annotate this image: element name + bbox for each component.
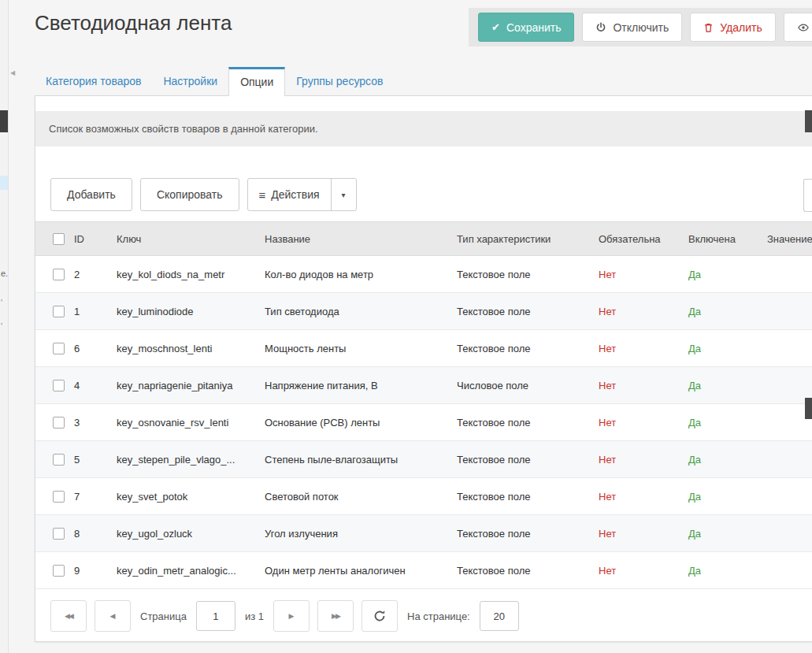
select-all-checkbox[interactable] xyxy=(53,233,65,245)
row-name[interactable]: Световой поток xyxy=(260,478,452,515)
background-left-strip: e. ' ' xyxy=(0,0,8,653)
row-type: Текстовое поле xyxy=(452,330,594,367)
delete-button-label: Удалить xyxy=(720,21,762,34)
row-key[interactable]: key_stepen_pile_vlago_... xyxy=(112,441,260,478)
row-value xyxy=(762,478,812,515)
background-text-fragment: e. xyxy=(1,269,8,278)
table-row[interactable]: 2 key_kol_diods_na_metr Кол-во диодов на… xyxy=(35,256,812,293)
row-enabled: Да xyxy=(684,367,762,404)
table-row[interactable]: 5 key_stepen_pile_vlago_... Степень пыле… xyxy=(35,441,812,478)
row-name[interactable]: Основание (РСВ) ленты xyxy=(260,404,452,441)
row-value xyxy=(762,441,812,478)
copy-button[interactable]: Скопировать xyxy=(140,178,239,211)
row-checkbox[interactable] xyxy=(53,380,65,391)
last-page-button[interactable]: ▶▶ xyxy=(317,600,354,632)
eye-icon xyxy=(797,22,810,33)
row-name[interactable]: Кол-во диодов на метр xyxy=(260,256,452,293)
double-right-arrow-icon: ▶▶ xyxy=(332,612,339,620)
row-name[interactable]: Степень пыле-влагозащиты xyxy=(260,441,452,478)
tab-product-category[interactable]: Категория товаров xyxy=(35,67,152,95)
column-header-required[interactable]: Обязательна xyxy=(594,222,684,256)
row-key[interactable]: key_moschnost_lenti xyxy=(112,330,260,367)
row-key[interactable]: key_osnovanie_rsv_lenti xyxy=(112,404,260,441)
table-row[interactable]: 9 key_odin_metr_analogic... Один метр ле… xyxy=(35,552,812,589)
row-key[interactable]: key_napriagenie_pitaniya xyxy=(112,367,260,404)
row-required: Нет xyxy=(594,293,684,330)
row-required: Нет xyxy=(594,478,684,515)
row-checkbox[interactable] xyxy=(53,343,65,354)
row-name[interactable]: Один метр ленты аналогичен xyxy=(260,552,452,589)
per-page-label: На странице: xyxy=(407,610,470,622)
row-type: Числовое поле xyxy=(452,367,594,404)
per-page-input[interactable] xyxy=(480,601,519,631)
tab-settings[interactable]: Настройки xyxy=(152,67,228,95)
check-icon: ✔ xyxy=(491,21,500,33)
row-name[interactable]: Тип светодиода xyxy=(260,293,452,330)
save-button[interactable]: ✔ Сохранить xyxy=(478,13,574,42)
row-enabled: Да xyxy=(684,330,762,367)
row-checkbox[interactable] xyxy=(53,306,65,317)
prev-page-button[interactable]: ◀ xyxy=(95,600,131,632)
actions-dropdown-button[interactable]: ≡ Действия ▾ xyxy=(247,178,357,211)
row-type: Текстовое поле xyxy=(452,293,594,330)
row-key[interactable]: key_luminodiode xyxy=(112,293,260,330)
table-row[interactable]: 8 key_ugol_ozluck Угол излучения Текстов… xyxy=(35,515,812,552)
add-button[interactable]: Добавить xyxy=(50,178,132,211)
next-page-button[interactable]: ▶ xyxy=(273,600,310,632)
row-enabled: Да xyxy=(684,256,762,293)
column-header-type[interactable]: Тип характеристики xyxy=(452,222,594,256)
double-left-arrow-icon: ◀◀ xyxy=(65,612,72,620)
row-value xyxy=(762,330,812,367)
row-key[interactable]: key_ugol_ozluck xyxy=(112,515,260,552)
table-row[interactable]: 6 key_moschnost_lenti Мощность ленты Тек… xyxy=(35,330,812,367)
column-header-id[interactable]: ID xyxy=(69,222,112,256)
row-checkbox[interactable] xyxy=(53,491,65,503)
row-key[interactable]: key_odin_metr_analogic... xyxy=(112,552,260,589)
row-type: Текстовое поле xyxy=(452,441,594,478)
row-key[interactable]: key_kol_diods_na_metr xyxy=(112,256,260,293)
pagination-bar: ◀◀ ◀ Страница из 1 ▶ ▶▶ На странице: xyxy=(50,600,812,632)
row-id: 9 xyxy=(69,552,112,589)
row-required: Нет xyxy=(594,367,684,404)
power-icon xyxy=(595,22,606,33)
table-row[interactable]: 3 key_osnovanie_rsv_lenti Основание (РСВ… xyxy=(35,404,812,441)
chevron-down-icon[interactable]: ▾ xyxy=(332,191,356,199)
tab-bar: Категория товаров Настройки Опции Группы… xyxy=(35,67,394,95)
tab-resource-groups[interactable]: Группы ресурсов xyxy=(285,67,394,95)
row-checkbox[interactable] xyxy=(53,417,65,429)
row-required: Нет xyxy=(594,256,684,293)
table-body: 2 key_kol_diods_na_metr Кол-во диодов на… xyxy=(35,256,812,589)
row-name[interactable]: Напряжение питания, В xyxy=(260,367,452,404)
row-enabled: Да xyxy=(684,552,762,589)
table-header-row: ID Ключ Название Тип характеристики Обяз… xyxy=(35,222,812,256)
collapse-chevron-icon[interactable]: ◀ xyxy=(10,69,15,76)
table-row[interactable]: 1 key_luminodiode Тип светодиода Текстов… xyxy=(35,293,812,330)
first-page-button[interactable]: ◀◀ xyxy=(50,600,87,632)
row-name[interactable]: Угол излучения xyxy=(260,515,452,552)
column-header-name[interactable]: Название xyxy=(260,222,452,256)
toolbar: ✔ Сохранить Отключить Удалить Просмотр xyxy=(469,8,812,46)
row-type: Текстовое поле xyxy=(452,404,594,441)
page-input[interactable] xyxy=(196,601,235,631)
delete-button[interactable]: Удалить xyxy=(690,13,775,42)
column-header-value[interactable]: Значение xyxy=(762,222,812,256)
search-field-fragment[interactable] xyxy=(803,179,812,212)
background-text-fragment: ' xyxy=(1,298,2,307)
refresh-button[interactable] xyxy=(362,600,398,632)
row-checkbox[interactable] xyxy=(53,565,65,577)
row-checkbox[interactable] xyxy=(53,528,65,540)
table-row[interactable]: 4 key_napriagenie_pitaniya Напряжение пи… xyxy=(35,367,812,404)
row-checkbox[interactable] xyxy=(53,269,65,280)
table-row[interactable]: 7 key_svet_potok Световой поток Текстово… xyxy=(35,478,812,515)
tab-options[interactable]: Опции xyxy=(228,67,285,96)
column-header-key[interactable]: Ключ xyxy=(112,222,260,256)
row-key[interactable]: key_svet_potok xyxy=(112,478,260,515)
row-required: Нет xyxy=(594,441,684,478)
disable-button[interactable]: Отключить xyxy=(582,13,682,42)
preview-button[interactable]: Просмотр xyxy=(784,13,812,42)
row-enabled: Да xyxy=(684,441,762,478)
column-header-enabled[interactable]: Включена xyxy=(684,222,762,256)
row-checkbox[interactable] xyxy=(53,454,65,466)
screen: e. ' ' ◀ Светодиодная лента ✔ Сохранить … xyxy=(0,0,812,653)
row-name[interactable]: Мощность ленты xyxy=(260,330,452,367)
